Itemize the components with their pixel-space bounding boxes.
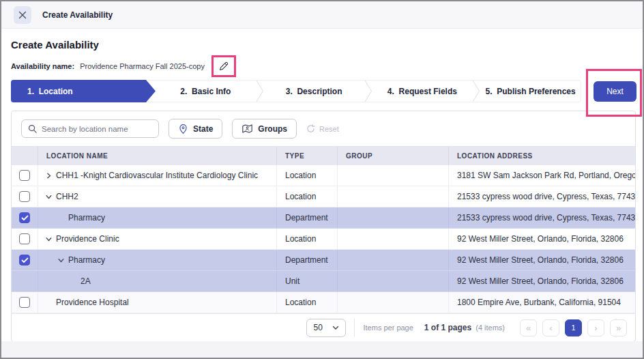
search-icon	[28, 124, 37, 133]
edit-name-highlight-box	[211, 55, 236, 77]
step-description[interactable]: 3. Description	[264, 81, 364, 102]
location-pin-icon	[178, 124, 188, 134]
row-checkbox-unchecked[interactable]	[19, 233, 30, 244]
state-filter-label: State	[193, 124, 213, 134]
step-basic-info[interactable]: 2. Basic Info	[156, 81, 256, 102]
items-per-page-label: Items per page	[363, 324, 413, 332]
column-header-location-address: LOCATION ADDRESS	[448, 147, 635, 165]
table-row[interactable]: Providence ClinicLocation92 West Miller …	[12, 229, 635, 250]
step-location[interactable]: 1. Location	[11, 80, 156, 102]
step-publish-preferences[interactable]: 5. Publish Preferences	[480, 81, 581, 102]
page-1-button[interactable]: 1	[565, 319, 582, 336]
location-name-cell: CHH1 -Knight Cardiovascular Institute Ca…	[38, 165, 276, 186]
type-cell: Department	[276, 250, 337, 270]
edit-name-button[interactable]	[216, 58, 232, 74]
row-checkbox-checked[interactable]	[19, 255, 30, 265]
group-cell	[337, 292, 448, 313]
location-address-cell: 92 West Miller Street, Orlando, Florida,…	[448, 229, 635, 249]
step-separator-icon	[256, 81, 264, 102]
location-name-cell: Providence Clinic	[38, 229, 276, 249]
row-checkbox-cell	[12, 229, 38, 249]
next-button-highlight-box: Next	[586, 69, 642, 117]
availability-name-value: Providence Pharmacy Fall 2025-copy	[80, 62, 205, 70]
row-checkbox-checked[interactable]	[19, 212, 30, 223]
reset-icon	[306, 124, 315, 133]
pencil-icon	[218, 61, 229, 72]
row-checkbox-unchecked[interactable]	[19, 297, 30, 308]
table-row[interactable]: CHH2Location21533 cypress wood drive, Cy…	[12, 186, 635, 207]
groups-filter-button[interactable]: Groups	[232, 119, 297, 139]
availability-name-label: Availability name:	[11, 62, 74, 70]
location-name-cell: Pharmacy	[38, 250, 276, 270]
page-title: Create Availability	[11, 39, 633, 51]
type-cell: Location	[276, 229, 337, 249]
tree-chevron-down-icon[interactable]	[57, 257, 68, 264]
group-cell	[337, 250, 448, 270]
column-header-location-name: LOCATION NAME	[38, 147, 276, 165]
next-page-button[interactable]: ›	[587, 319, 604, 336]
groups-icon	[241, 124, 253, 134]
location-name-cell: Providence Hospital	[38, 292, 276, 313]
location-address-cell: 92 West Miller Street, Orlando, Florida,…	[448, 250, 635, 270]
location-name-cell: CHH2	[38, 186, 276, 207]
location-address-cell: 1800 Empire Ave, Burbank, California, 91…	[448, 292, 635, 313]
prev-page-button[interactable]: ‹	[542, 319, 559, 336]
row-checkbox-cell	[12, 186, 38, 207]
type-cell: Location	[276, 186, 337, 207]
table-row[interactable]: CHH1 -Knight Cardiovascular Institute Ca…	[12, 165, 635, 186]
groups-filter-label: Groups	[258, 124, 287, 134]
location-name-text: 2A	[80, 276, 91, 286]
last-page-button[interactable]: »	[610, 319, 627, 336]
row-checkbox-cell	[12, 207, 38, 228]
tree-chevron-right-icon[interactable]	[45, 172, 56, 180]
bottom-strip	[1, 341, 643, 358]
location-name-cell: 2A	[38, 271, 276, 291]
location-name-text: Pharmacy	[68, 213, 105, 222]
table-row[interactable]: Providence HospitalLocation1800 Empire A…	[12, 292, 635, 313]
pages-text: 1 of 1 pages	[424, 323, 471, 332]
tree-chevron-down-icon[interactable]	[45, 235, 56, 243]
first-page-button[interactable]: «	[520, 319, 537, 336]
page-size-select[interactable]: 50	[306, 319, 346, 337]
row-checkbox-cell	[12, 271, 38, 291]
items-count-text: (4 items)	[475, 324, 505, 332]
app-window: Create Availability Create Availability …	[0, 0, 644, 359]
reset-filters-button[interactable]: Reset	[306, 124, 339, 133]
table-header: LOCATION NAME TYPE GROUP LOCATION ADDRES…	[12, 146, 635, 165]
group-cell	[337, 271, 448, 291]
location-name-text: Providence Hospital	[56, 298, 129, 307]
pagination-bar: 50 Items per page 1 of 1 pages (4 items)…	[12, 313, 635, 341]
column-header-type: TYPE	[276, 147, 337, 165]
location-address-cell: 92 West Miller Street, Orlando, Florida,…	[448, 271, 635, 291]
location-address-cell: 21533 cypress wood drive, Cypress, Texas…	[448, 207, 635, 228]
tree-chevron-down-icon[interactable]	[45, 193, 56, 201]
search-input[interactable]	[42, 125, 158, 133]
close-button[interactable]	[14, 6, 31, 24]
location-name-text: CHH2	[56, 192, 78, 201]
filter-row: State Groups Reset	[12, 111, 635, 146]
stepper: 1. Location2. Basic Info3. Description4.…	[11, 80, 581, 102]
table-body: CHH1 -Knight Cardiovascular Institute Ca…	[12, 165, 635, 313]
group-cell	[337, 186, 448, 207]
row-checkbox-unchecked[interactable]	[19, 170, 30, 181]
location-address-cell: 21533 cypress wood drive, Cypress, Texas…	[448, 186, 635, 207]
table-row[interactable]: 2AUnit92 West Miller Street, Orlando, Fl…	[12, 271, 635, 292]
step-request-fields[interactable]: 4. Request Fields	[372, 81, 473, 102]
group-cell	[337, 165, 448, 186]
table-row[interactable]: PharmacyDepartment92 West Miller Street,…	[12, 250, 635, 271]
table-row[interactable]: PharmacyDepartment21533 cypress wood dri…	[12, 207, 635, 229]
search-box	[21, 119, 159, 138]
availability-name-row: Availability name: Providence Pharmacy F…	[11, 55, 633, 77]
row-checkbox-unchecked[interactable]	[19, 191, 30, 202]
pagination-divider	[354, 319, 355, 336]
location-name-text: CHH1 -Knight Cardiovascular Institute Ca…	[56, 171, 258, 180]
step-separator-icon	[472, 81, 480, 102]
state-filter-button[interactable]: State	[169, 119, 222, 139]
reset-filters-label: Reset	[319, 125, 339, 133]
location-name-cell: Pharmacy	[38, 207, 276, 228]
type-cell: Unit	[276, 271, 337, 291]
next-button[interactable]: Next	[594, 81, 636, 102]
location-name-text: Providence Clinic	[56, 234, 119, 244]
type-cell: Location	[276, 292, 337, 313]
row-checkbox-cell	[12, 292, 38, 313]
